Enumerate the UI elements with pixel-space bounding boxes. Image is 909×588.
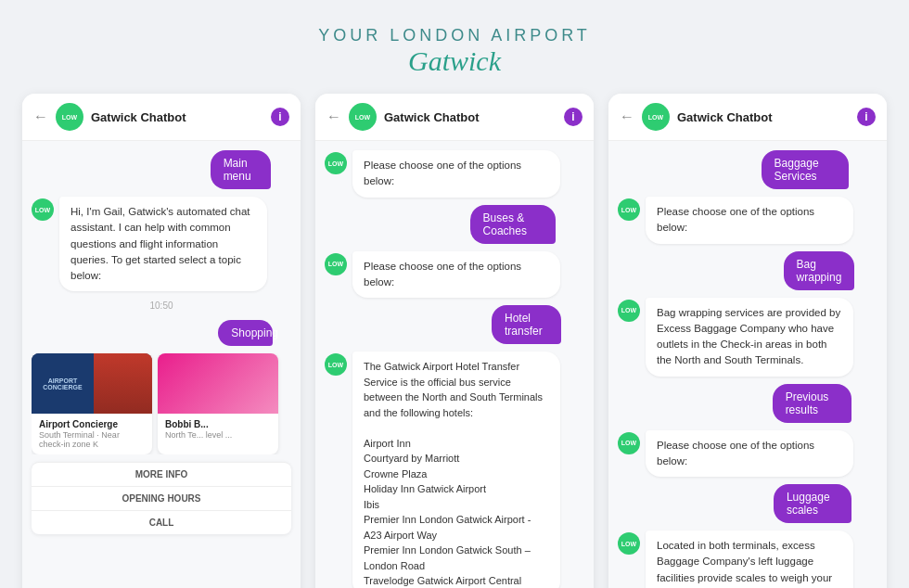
msg-bot-row-3b: LOW Bag wrapping services are provided b… [618,298,877,377]
card-sub-2: North Te... level ... [165,430,271,440]
back-arrow-icon-3[interactable]: ← [620,109,634,125]
chat-panel-1: ← LOW Gatwick Chatbot i Main menu LOW Hi… [22,94,301,588]
bot-avatar-2b: LOW [325,253,347,275]
msg-bot-row-1: LOW Hi, I'm Gail, Gatwick's automated ch… [32,197,291,291]
avatar-2: LOW [349,103,377,131]
card-item-1: AIRPORTCONCIERGE Airport Concierge South… [32,353,152,454]
msg-user-hotel: Hotel transfer [492,305,561,344]
msg-bot-3a: Please choose one of the options below: [646,197,853,244]
chatbot-name-3: Gatwick Chatbot [677,110,850,124]
bot-avatar-3c: LOW [618,432,640,454]
card-body-2: Bobbi B... North Te... level ... [158,414,278,445]
header-title: YOUR LONDON AIRPORT [318,26,591,45]
msg-user-buses: Buses & Coaches [470,205,557,244]
info-icon-3[interactable]: i [857,108,876,126]
chat-body-1: Main menu LOW Hi, I'm Gail, Gatwick's au… [22,141,301,588]
msg-bot-2a: Please choose one of the options below: [352,150,560,198]
msg-bot-3b: Bag wrapping services are provided by Ex… [646,298,853,377]
msg-user-prevresults: Previous results [773,384,851,423]
msg-bot-row-3c: LOW Please choose one of the options bel… [618,430,877,478]
back-arrow-icon-2[interactable]: ← [326,109,341,125]
card-carousel-1: AIRPORTCONCIERGE Airport Concierge South… [32,353,291,454]
msg-user-shopping: Shopping [218,320,273,346]
avatar-3: LOW [642,103,670,131]
chat-header-3: ← LOW Gatwick Chatbot i [608,94,887,141]
msg-user-mainmenu: Main menu [211,150,272,189]
card-img-1: AIRPORTCONCIERGE [32,353,152,414]
back-arrow-icon[interactable]: ← [33,109,48,125]
card-title-1: Airport Concierge [39,419,145,429]
avatar-1: LOW [56,103,83,131]
chatbot-name-2: Gatwick Chatbot [384,110,557,124]
timestamp-1: 10:50 [32,300,291,311]
card-item-2: Bobbi B... North Te... level ... [158,353,278,454]
info-icon-2[interactable]: i [564,108,583,126]
msg-bot-row-3d: LOW Located in both terminals, excess Ba… [618,530,877,588]
opening-hours-btn[interactable]: OPENING HOURS [32,487,291,511]
msg-bot-row-2a: LOW Please choose one of the options bel… [325,150,584,198]
chat-panel-3: ← LOW Gatwick Chatbot i Baggage Services… [608,94,887,588]
header: YOUR LONDON AIRPORT Gatwick [318,0,591,94]
msg-user-bagwrap: Bag wrapping [784,251,854,290]
msg-bot-row-3a: LOW Please choose one of the options bel… [618,197,877,244]
card-body-1: Airport Concierge South Terminal · Near … [32,414,152,454]
more-info-btn-1[interactable]: MORE INFO [32,463,291,487]
msg-user-baggage: Baggage Services [762,150,849,189]
chat-panel-2: ← LOW Gatwick Chatbot i LOW Please choos… [315,94,594,588]
chat-body-2: LOW Please choose one of the options bel… [315,141,594,588]
bot-avatar-2c: LOW [325,353,347,376]
bot-avatar-3d: LOW [618,532,640,555]
chat-header-1: ← LOW Gatwick Chatbot i [22,94,301,141]
msg-bot-3d: Located in both terminals, excess Baggag… [646,530,853,588]
msg-user-luggage: Luggage scales [774,484,851,523]
call-btn[interactable]: CALL [32,511,291,534]
chat-body-3: Baggage Services LOW Please choose one o… [608,141,887,588]
card-title-2: Bobbi B... [165,419,271,429]
bot-avatar-2a: LOW [325,152,347,174]
msg-bot-row-2c: LOW The Gatwick Airport Hotel Transfer S… [325,352,584,588]
card-img-2 [158,353,278,414]
card-actions-1: MORE INFO OPENING HOURS CALL [32,462,291,534]
msg-bot-1: Hi, I'm Gail, Gatwick's automated chat a… [59,197,267,291]
chat-header-2: ← LOW Gatwick Chatbot i [315,94,594,141]
info-icon-1[interactable]: i [271,108,289,126]
chatbot-name-1: Gatwick Chatbot [91,110,263,124]
bot-avatar-3b: LOW [618,300,640,322]
msg-bot-3c: Please choose one of the options below: [646,430,853,478]
bot-avatar-1: LOW [32,198,54,221]
msg-bot-row-2b: LOW Please choose one of the options bel… [325,251,584,299]
bot-avatar-3a: LOW [618,198,640,221]
card-sub-1: South Terminal · Near check-in zone K [39,430,145,449]
chat-panels: ← LOW Gatwick Chatbot i Main menu LOW Hi… [0,94,909,588]
header-logo: Gatwick [318,45,591,77]
msg-bot-2c: The Gatwick Airport Hotel Transfer Servi… [352,352,560,588]
msg-bot-2b: Please choose one of the options below: [352,251,560,299]
